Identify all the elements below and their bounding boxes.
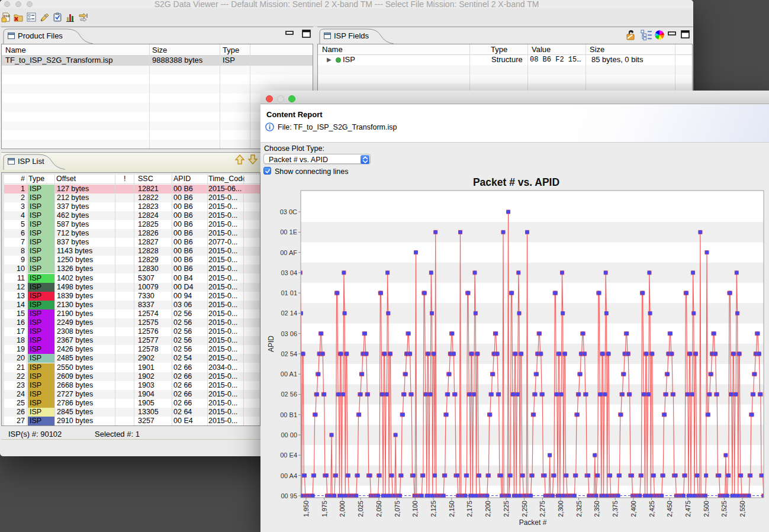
svg-text:00 00: 00 00: [281, 431, 297, 439]
svg-text:03 0C: 03 0C: [280, 208, 297, 215]
svg-text:2,050: 2,050: [375, 501, 382, 517]
svg-text:2,500: 2,500: [703, 501, 710, 517]
svg-text:00 A1: 00 A1: [281, 370, 297, 378]
svg-text:2,325: 2,325: [575, 501, 583, 517]
svg-text:00 1E: 00 1E: [280, 228, 297, 236]
svg-text:2,175: 2,175: [466, 501, 473, 517]
svg-text:03 06: 03 06: [281, 330, 297, 337]
svg-text:2,350: 2,350: [593, 501, 600, 517]
svg-text:00 B1: 00 B1: [280, 411, 297, 418]
svg-text:Packet #: Packet #: [519, 518, 547, 527]
svg-text:APID: APID: [267, 336, 275, 352]
svg-text:2,075: 2,075: [394, 501, 401, 517]
svg-text:2,450: 2,450: [666, 501, 673, 517]
svg-text:2,225: 2,225: [503, 501, 510, 517]
svg-text:2,550: 2,550: [739, 501, 746, 517]
svg-text:2,425: 2,425: [648, 501, 655, 517]
svg-text:03 04: 03 04: [281, 269, 297, 276]
svg-text:2,000: 2,000: [339, 501, 346, 517]
svg-text:2,200: 2,200: [484, 501, 491, 517]
svg-text:02 54: 02 54: [281, 350, 297, 357]
svg-text:00 AF: 00 AF: [280, 249, 297, 256]
svg-text:2,250: 2,250: [521, 501, 528, 517]
svg-text:00 95: 00 95: [281, 492, 297, 499]
svg-text:2,375: 2,375: [612, 501, 619, 517]
svg-text:2,275: 2,275: [539, 501, 546, 517]
svg-text:00 E4: 00 E4: [280, 452, 297, 459]
svg-text:1,975: 1,975: [321, 501, 328, 517]
svg-text:2,125: 2,125: [430, 501, 437, 517]
svg-text:2,100: 2,100: [411, 501, 419, 517]
svg-text:2,300: 2,300: [557, 501, 564, 517]
svg-text:01 01: 01 01: [281, 289, 297, 296]
svg-text:2,150: 2,150: [448, 501, 455, 517]
svg-text:Packet # vs. APID: Packet # vs. APID: [473, 176, 559, 188]
svg-text:00 A4: 00 A4: [281, 472, 297, 479]
svg-text:2,525: 2,525: [720, 501, 728, 517]
svg-text:02 56: 02 56: [281, 391, 297, 398]
svg-text:2,400: 2,400: [630, 501, 637, 517]
svg-text:1,950: 1,950: [303, 501, 310, 517]
svg-text:2,475: 2,475: [684, 501, 691, 517]
svg-text:2,025: 2,025: [357, 501, 364, 517]
svg-text:02 14: 02 14: [281, 309, 297, 317]
